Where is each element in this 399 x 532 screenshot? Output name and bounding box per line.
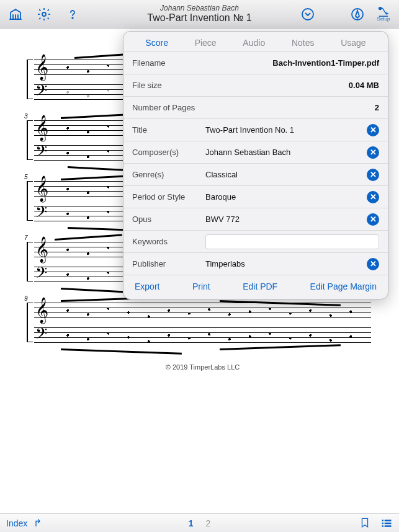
pages-value: 2 (205, 103, 379, 112)
svg-rect-11 (382, 520, 384, 521)
top-toolbar: Johann Sebastian Bach Two-Part Invention… (0, 0, 399, 29)
filename-value: Bach-Invention1-Timper.pdf (205, 58, 379, 68)
period-label: Period or Style (132, 192, 205, 202)
index-button[interactable]: Index (6, 518, 27, 528)
bookmark-icon[interactable] (359, 517, 372, 530)
opus-value[interactable]: BWV 772 (205, 215, 362, 224)
clear-publisher-icon[interactable]: ✕ (367, 258, 379, 270)
pen-circle-icon[interactable] (347, 4, 368, 25)
dropdown-icon[interactable] (297, 4, 318, 25)
filesize-value: 0.04 MB (205, 81, 379, 90)
setup-button[interactable]: Setup (373, 6, 394, 22)
tab-notes[interactable]: Notes (292, 38, 315, 48)
tab-audio[interactable]: Audio (243, 38, 265, 48)
svg-point-1 (72, 17, 73, 19)
title-block: Johann Sebastian Bach Two-Part Invention… (147, 4, 251, 24)
keywords-input[interactable] (205, 234, 379, 249)
settings-icon[interactable] (34, 4, 55, 25)
tab-piece[interactable]: Piece (195, 38, 217, 48)
clear-opus-icon[interactable]: ✕ (367, 213, 379, 226)
measure-number: 7 (24, 234, 28, 241)
filename-label: Filename (132, 58, 205, 68)
composer-name: Johann Sebastian Bach (147, 4, 251, 12)
title-label: Title (132, 125, 205, 135)
library-icon[interactable] (5, 4, 26, 25)
edit-pdf-button[interactable]: Edit PDF (243, 282, 277, 291)
clear-genre-icon[interactable]: ✕ (367, 169, 379, 181)
setup-label: Setup (377, 16, 390, 22)
svg-point-0 (42, 12, 46, 16)
svg-rect-14 (385, 522, 392, 524)
svg-rect-15 (382, 525, 384, 527)
info-popover: Score Piece Audio Notes Usage Filename B… (123, 31, 388, 299)
repeat-arrow-icon[interactable]: ↱ (34, 517, 42, 529)
copyright-text: © 2019 TimperLabs LLC (34, 363, 371, 371)
svg-point-4 (379, 7, 382, 10)
measure-number: 9 (24, 295, 28, 302)
clear-period-icon[interactable]: ✕ (367, 191, 379, 203)
tab-usage[interactable]: Usage (341, 38, 365, 48)
print-button[interactable]: Print (192, 282, 210, 291)
keywords-label: Keywords (132, 237, 205, 246)
measure-number: 3 (24, 113, 28, 120)
edit-margin-button[interactable]: Edit Page Margin (310, 282, 377, 291)
list-view-icon[interactable] (380, 517, 393, 530)
composer-value[interactable]: Johann Sebastian Bach (205, 148, 362, 157)
help-icon[interactable] (62, 4, 83, 25)
bottom-toolbar: Index ↱ 1 2 (0, 513, 399, 532)
pages-label: Number of Pages (132, 103, 205, 112)
page-1[interactable]: 1 (189, 518, 194, 528)
genre-label: Genre(s) (132, 170, 205, 179)
title-value[interactable]: Two-Part Invention No. 1 (205, 125, 362, 135)
page-picker: 1 2 (189, 518, 211, 528)
publisher-label: Publisher (132, 259, 205, 268)
tab-score[interactable]: Score (145, 38, 168, 48)
period-value[interactable]: Baroque (205, 192, 362, 202)
measure-number: 5 (24, 174, 28, 180)
opus-label: Opus (132, 215, 205, 224)
page-2[interactable]: 2 (206, 518, 211, 528)
svg-rect-16 (385, 525, 392, 527)
svg-rect-12 (385, 520, 392, 521)
export-button[interactable]: Export (135, 282, 159, 291)
clear-composer-icon[interactable]: ✕ (367, 146, 379, 159)
svg-rect-13 (382, 522, 384, 524)
genre-value[interactable]: Classical (205, 170, 362, 179)
svg-point-2 (302, 9, 313, 20)
clear-title-icon[interactable]: ✕ (367, 124, 379, 136)
composer-label: Composer(s) (132, 148, 205, 157)
popover-tabs: Score Piece Audio Notes Usage (123, 32, 388, 51)
publisher-value[interactable]: Timperlabs (205, 259, 362, 268)
piece-title: Two-Part Invention № 1 (147, 12, 251, 24)
filesize-label: File size (132, 81, 205, 90)
